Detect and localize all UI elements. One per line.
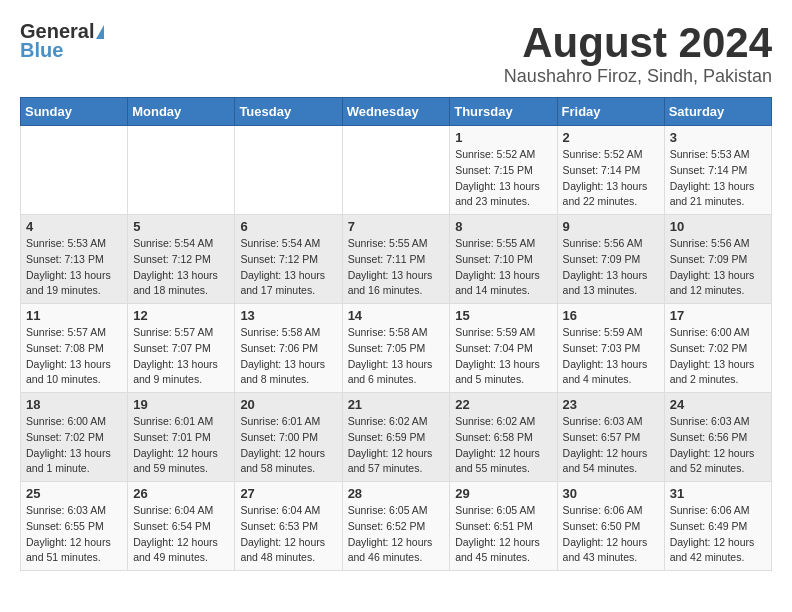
logo-blue: Blue <box>20 39 63 62</box>
calendar-cell: 23Sunrise: 6:03 AM Sunset: 6:57 PM Dayli… <box>557 393 664 482</box>
calendar-cell: 10Sunrise: 5:56 AM Sunset: 7:09 PM Dayli… <box>664 215 771 304</box>
weekday-header-row: SundayMondayTuesdayWednesdayThursdayFrid… <box>21 98 772 126</box>
day-number: 8 <box>455 219 551 234</box>
calendar-cell: 17Sunrise: 6:00 AM Sunset: 7:02 PM Dayli… <box>664 304 771 393</box>
day-info: Sunrise: 6:01 AM Sunset: 7:01 PM Dayligh… <box>133 414 229 477</box>
day-info: Sunrise: 5:59 AM Sunset: 7:03 PM Dayligh… <box>563 325 659 388</box>
calendar-cell: 9Sunrise: 5:56 AM Sunset: 7:09 PM Daylig… <box>557 215 664 304</box>
calendar-cell: 31Sunrise: 6:06 AM Sunset: 6:49 PM Dayli… <box>664 482 771 571</box>
day-number: 27 <box>240 486 336 501</box>
calendar-cell <box>21 126 128 215</box>
calendar-cell: 14Sunrise: 5:58 AM Sunset: 7:05 PM Dayli… <box>342 304 450 393</box>
calendar-cell: 2Sunrise: 5:52 AM Sunset: 7:14 PM Daylig… <box>557 126 664 215</box>
day-info: Sunrise: 5:53 AM Sunset: 7:13 PM Dayligh… <box>26 236 122 299</box>
calendar-cell: 13Sunrise: 5:58 AM Sunset: 7:06 PM Dayli… <box>235 304 342 393</box>
calendar-cell: 19Sunrise: 6:01 AM Sunset: 7:01 PM Dayli… <box>128 393 235 482</box>
day-info: Sunrise: 5:56 AM Sunset: 7:09 PM Dayligh… <box>563 236 659 299</box>
calendar-cell: 11Sunrise: 5:57 AM Sunset: 7:08 PM Dayli… <box>21 304 128 393</box>
day-info: Sunrise: 6:02 AM Sunset: 6:58 PM Dayligh… <box>455 414 551 477</box>
calendar-cell: 20Sunrise: 6:01 AM Sunset: 7:00 PM Dayli… <box>235 393 342 482</box>
day-info: Sunrise: 5:55 AM Sunset: 7:11 PM Dayligh… <box>348 236 445 299</box>
day-number: 30 <box>563 486 659 501</box>
week-row-3: 11Sunrise: 5:57 AM Sunset: 7:08 PM Dayli… <box>21 304 772 393</box>
day-number: 25 <box>26 486 122 501</box>
weekday-header-thursday: Thursday <box>450 98 557 126</box>
day-number: 4 <box>26 219 122 234</box>
calendar-cell: 30Sunrise: 6:06 AM Sunset: 6:50 PM Dayli… <box>557 482 664 571</box>
day-info: Sunrise: 5:59 AM Sunset: 7:04 PM Dayligh… <box>455 325 551 388</box>
day-number: 19 <box>133 397 229 412</box>
day-number: 7 <box>348 219 445 234</box>
day-number: 14 <box>348 308 445 323</box>
day-number: 9 <box>563 219 659 234</box>
day-number: 28 <box>348 486 445 501</box>
calendar-cell: 1Sunrise: 5:52 AM Sunset: 7:15 PM Daylig… <box>450 126 557 215</box>
day-number: 6 <box>240 219 336 234</box>
calendar-cell <box>128 126 235 215</box>
calendar-cell: 3Sunrise: 5:53 AM Sunset: 7:14 PM Daylig… <box>664 126 771 215</box>
calendar-cell: 28Sunrise: 6:05 AM Sunset: 6:52 PM Dayli… <box>342 482 450 571</box>
weekday-header-tuesday: Tuesday <box>235 98 342 126</box>
day-number: 13 <box>240 308 336 323</box>
calendar-cell: 24Sunrise: 6:03 AM Sunset: 6:56 PM Dayli… <box>664 393 771 482</box>
calendar-table: SundayMondayTuesdayWednesdayThursdayFrid… <box>20 97 772 571</box>
day-number: 10 <box>670 219 766 234</box>
day-info: Sunrise: 6:00 AM Sunset: 7:02 PM Dayligh… <box>670 325 766 388</box>
day-number: 12 <box>133 308 229 323</box>
calendar-title: August 2024 <box>504 20 772 66</box>
day-info: Sunrise: 6:04 AM Sunset: 6:54 PM Dayligh… <box>133 503 229 566</box>
day-info: Sunrise: 6:06 AM Sunset: 6:50 PM Dayligh… <box>563 503 659 566</box>
calendar-cell: 7Sunrise: 5:55 AM Sunset: 7:11 PM Daylig… <box>342 215 450 304</box>
week-row-2: 4Sunrise: 5:53 AM Sunset: 7:13 PM Daylig… <box>21 215 772 304</box>
calendar-cell: 29Sunrise: 6:05 AM Sunset: 6:51 PM Dayli… <box>450 482 557 571</box>
day-info: Sunrise: 5:58 AM Sunset: 7:05 PM Dayligh… <box>348 325 445 388</box>
day-number: 17 <box>670 308 766 323</box>
day-number: 31 <box>670 486 766 501</box>
day-number: 16 <box>563 308 659 323</box>
day-number: 29 <box>455 486 551 501</box>
calendar-cell: 25Sunrise: 6:03 AM Sunset: 6:55 PM Dayli… <box>21 482 128 571</box>
day-info: Sunrise: 5:57 AM Sunset: 7:07 PM Dayligh… <box>133 325 229 388</box>
calendar-subtitle: Naushahro Firoz, Sindh, Pakistan <box>504 66 772 87</box>
day-number: 26 <box>133 486 229 501</box>
calendar-cell: 8Sunrise: 5:55 AM Sunset: 7:10 PM Daylig… <box>450 215 557 304</box>
day-number: 22 <box>455 397 551 412</box>
calendar-cell: 4Sunrise: 5:53 AM Sunset: 7:13 PM Daylig… <box>21 215 128 304</box>
day-info: Sunrise: 5:57 AM Sunset: 7:08 PM Dayligh… <box>26 325 122 388</box>
day-number: 20 <box>240 397 336 412</box>
calendar-cell: 15Sunrise: 5:59 AM Sunset: 7:04 PM Dayli… <box>450 304 557 393</box>
day-info: Sunrise: 5:56 AM Sunset: 7:09 PM Dayligh… <box>670 236 766 299</box>
calendar-cell <box>235 126 342 215</box>
day-number: 1 <box>455 130 551 145</box>
week-row-1: 1Sunrise: 5:52 AM Sunset: 7:15 PM Daylig… <box>21 126 772 215</box>
day-info: Sunrise: 6:05 AM Sunset: 6:52 PM Dayligh… <box>348 503 445 566</box>
day-number: 21 <box>348 397 445 412</box>
day-number: 18 <box>26 397 122 412</box>
calendar-cell: 6Sunrise: 5:54 AM Sunset: 7:12 PM Daylig… <box>235 215 342 304</box>
calendar-cell: 21Sunrise: 6:02 AM Sunset: 6:59 PM Dayli… <box>342 393 450 482</box>
calendar-cell: 27Sunrise: 6:04 AM Sunset: 6:53 PM Dayli… <box>235 482 342 571</box>
header: General Blue August 2024 Naushahro Firoz… <box>20 20 772 87</box>
day-number: 11 <box>26 308 122 323</box>
weekday-header-wednesday: Wednesday <box>342 98 450 126</box>
day-number: 3 <box>670 130 766 145</box>
day-info: Sunrise: 6:04 AM Sunset: 6:53 PM Dayligh… <box>240 503 336 566</box>
day-info: Sunrise: 6:00 AM Sunset: 7:02 PM Dayligh… <box>26 414 122 477</box>
day-info: Sunrise: 6:05 AM Sunset: 6:51 PM Dayligh… <box>455 503 551 566</box>
day-info: Sunrise: 6:03 AM Sunset: 6:55 PM Dayligh… <box>26 503 122 566</box>
calendar-cell: 5Sunrise: 5:54 AM Sunset: 7:12 PM Daylig… <box>128 215 235 304</box>
weekday-header-monday: Monday <box>128 98 235 126</box>
weekday-header-sunday: Sunday <box>21 98 128 126</box>
calendar-cell: 22Sunrise: 6:02 AM Sunset: 6:58 PM Dayli… <box>450 393 557 482</box>
day-number: 23 <box>563 397 659 412</box>
day-number: 24 <box>670 397 766 412</box>
day-number: 2 <box>563 130 659 145</box>
day-info: Sunrise: 6:03 AM Sunset: 6:57 PM Dayligh… <box>563 414 659 477</box>
day-info: Sunrise: 5:54 AM Sunset: 7:12 PM Dayligh… <box>133 236 229 299</box>
day-info: Sunrise: 5:53 AM Sunset: 7:14 PM Dayligh… <box>670 147 766 210</box>
day-info: Sunrise: 6:03 AM Sunset: 6:56 PM Dayligh… <box>670 414 766 477</box>
calendar-cell: 26Sunrise: 6:04 AM Sunset: 6:54 PM Dayli… <box>128 482 235 571</box>
logo: General Blue <box>20 20 104 62</box>
day-info: Sunrise: 6:06 AM Sunset: 6:49 PM Dayligh… <box>670 503 766 566</box>
week-row-4: 18Sunrise: 6:00 AM Sunset: 7:02 PM Dayli… <box>21 393 772 482</box>
